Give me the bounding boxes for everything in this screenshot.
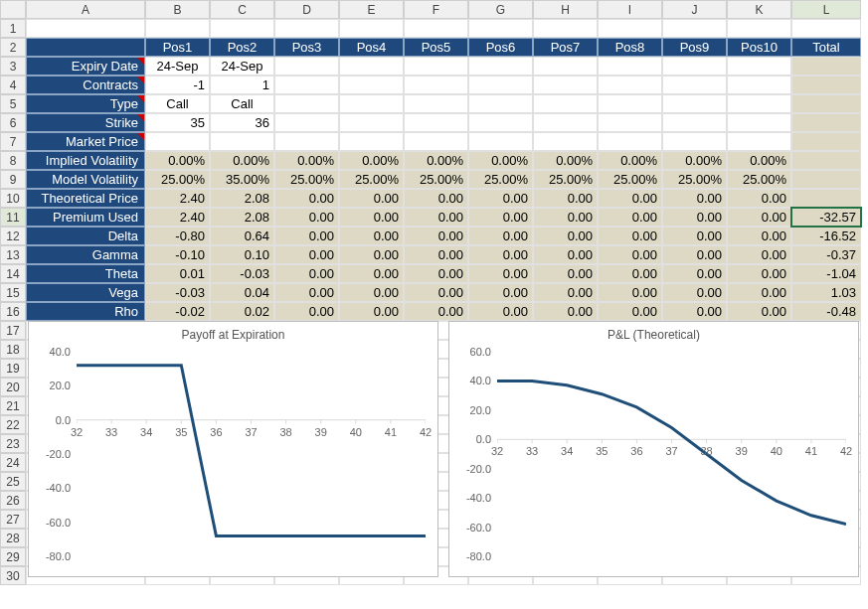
cell-delta-3[interactable]: 0.00: [274, 227, 339, 245]
cell-mv-1[interactable]: 25.00%: [145, 170, 210, 189]
cell-theta-8[interactable]: 0.00: [598, 264, 662, 283]
cell-rho-1[interactable]: -0.02: [145, 302, 210, 321]
cell-delta-2[interactable]: 0.64: [210, 227, 274, 245]
cell-delta-5[interactable]: 0.00: [404, 227, 468, 245]
cell-pu-1[interactable]: 2.40: [145, 208, 210, 227]
cell-type-10[interactable]: [727, 94, 791, 113]
cell-expiry-6[interactable]: [468, 57, 533, 76]
cell-strike-5[interactable]: [404, 113, 468, 132]
blank[interactable]: [662, 19, 727, 38]
cell-market-3[interactable]: [274, 132, 339, 151]
cell-strike-4[interactable]: [339, 113, 404, 132]
cell-delta-7[interactable]: 0.00: [533, 227, 598, 245]
total-empty-type[interactable]: [791, 94, 861, 113]
cell-market-5[interactable]: [404, 132, 468, 151]
col-header-G[interactable]: G: [468, 0, 533, 19]
blank[interactable]: [533, 19, 598, 38]
total-empty-iv[interactable]: [791, 151, 861, 170]
cell-expiry-3[interactable]: [274, 57, 339, 76]
cell-pu-6[interactable]: 0.00: [468, 208, 533, 227]
cell-mv-2[interactable]: 35.00%: [210, 170, 274, 189]
cell-tp-3[interactable]: 0.00: [274, 189, 339, 208]
blank[interactable]: [210, 19, 274, 38]
cell-vega-4[interactable]: 0.00: [339, 283, 404, 302]
cell-expiry-4[interactable]: [339, 57, 404, 76]
col-header-F[interactable]: F: [404, 0, 468, 19]
comment-indicator-icon[interactable]: [137, 133, 144, 140]
select-all-corner[interactable]: [0, 0, 26, 19]
cell-type-2[interactable]: Call: [210, 94, 274, 113]
cell-strike-9[interactable]: [662, 113, 727, 132]
cell-gamma-2[interactable]: 0.10: [210, 245, 274, 264]
row-header-29[interactable]: 29: [0, 547, 26, 566]
cell-gamma-4[interactable]: 0.00: [339, 245, 404, 264]
cell-vega-9[interactable]: 0.00: [662, 283, 727, 302]
cell-contracts-2[interactable]: 1: [210, 76, 274, 94]
cell-market-8[interactable]: [598, 132, 662, 151]
cell-iv-10[interactable]: 0.00%: [727, 151, 791, 170]
cell-expiry-5[interactable]: [404, 57, 468, 76]
col-header-I[interactable]: I: [598, 0, 662, 19]
cell-rho-10[interactable]: 0.00: [727, 302, 791, 321]
cell-vega-10[interactable]: 0.00: [727, 283, 791, 302]
cell-contracts-4[interactable]: [339, 76, 404, 94]
blank[interactable]: [468, 19, 533, 38]
cell-gamma-5[interactable]: 0.00: [404, 245, 468, 264]
cell-vega-6[interactable]: 0.00: [468, 283, 533, 302]
cell-iv-3[interactable]: 0.00%: [274, 151, 339, 170]
cell-type-1[interactable]: Call: [145, 94, 210, 113]
blank[interactable]: [727, 19, 791, 38]
cell-strike-10[interactable]: [727, 113, 791, 132]
col-header-C[interactable]: C: [210, 0, 274, 19]
col-header-A[interactable]: A: [26, 0, 145, 19]
row-header-12[interactable]: 12: [0, 227, 26, 245]
cell-mv-8[interactable]: 25.00%: [598, 170, 662, 189]
cell-iv-1[interactable]: 0.00%: [145, 151, 210, 170]
col-header-L[interactable]: L: [791, 0, 861, 19]
cell-mv-10[interactable]: 25.00%: [727, 170, 791, 189]
row-header-23[interactable]: 23: [0, 434, 26, 453]
row-header-4[interactable]: 4: [0, 76, 26, 94]
col-header-K[interactable]: K: [727, 0, 791, 19]
cell-type-7[interactable]: [533, 94, 598, 113]
cell-contracts-1[interactable]: -1: [145, 76, 210, 94]
cell-type-8[interactable]: [598, 94, 662, 113]
row-header-2[interactable]: 2: [0, 38, 26, 57]
cell-expiry-9[interactable]: [662, 57, 727, 76]
cell-delta-4[interactable]: 0.00: [339, 227, 404, 245]
cell-strike-3[interactable]: [274, 113, 339, 132]
cell-tp-5[interactable]: 0.00: [404, 189, 468, 208]
cell-contracts-6[interactable]: [468, 76, 533, 94]
cell-delta-9[interactable]: 0.00: [662, 227, 727, 245]
cell-gamma-8[interactable]: 0.00: [598, 245, 662, 264]
cell-contracts-5[interactable]: [404, 76, 468, 94]
row-header-25[interactable]: 25: [0, 472, 26, 491]
cell-pu-3[interactable]: 0.00: [274, 208, 339, 227]
cell-strike-1[interactable]: 35: [145, 113, 210, 132]
total-empty-contracts[interactable]: [791, 76, 861, 94]
cell-gamma-9[interactable]: 0.00: [662, 245, 727, 264]
cell-gamma-1[interactable]: -0.10: [145, 245, 210, 264]
cell-tp-6[interactable]: 0.00: [468, 189, 533, 208]
cell-tp-9[interactable]: 0.00: [662, 189, 727, 208]
cell-type-5[interactable]: [404, 94, 468, 113]
cell-delta-6[interactable]: 0.00: [468, 227, 533, 245]
cell-mv-4[interactable]: 25.00%: [339, 170, 404, 189]
row-header-10[interactable]: 10: [0, 189, 26, 208]
row-header-14[interactable]: 14: [0, 264, 26, 283]
cell-mv-5[interactable]: 25.00%: [404, 170, 468, 189]
cell-type-4[interactable]: [339, 94, 404, 113]
cell-market-4[interactable]: [339, 132, 404, 151]
total-empty-mv[interactable]: [791, 170, 861, 189]
row-header-1[interactable]: 1: [0, 19, 26, 38]
row-header-11[interactable]: 11: [0, 208, 26, 227]
comment-indicator-icon[interactable]: [137, 114, 144, 121]
cell-mv-6[interactable]: 25.00%: [468, 170, 533, 189]
cell-theta-5[interactable]: 0.00: [404, 264, 468, 283]
row-header-9[interactable]: 9: [0, 170, 26, 189]
cell-expiry-8[interactable]: [598, 57, 662, 76]
cell-iv-5[interactable]: 0.00%: [404, 151, 468, 170]
cell-contracts-9[interactable]: [662, 76, 727, 94]
cell-gamma-7[interactable]: 0.00: [533, 245, 598, 264]
row-header-21[interactable]: 21: [0, 396, 26, 415]
